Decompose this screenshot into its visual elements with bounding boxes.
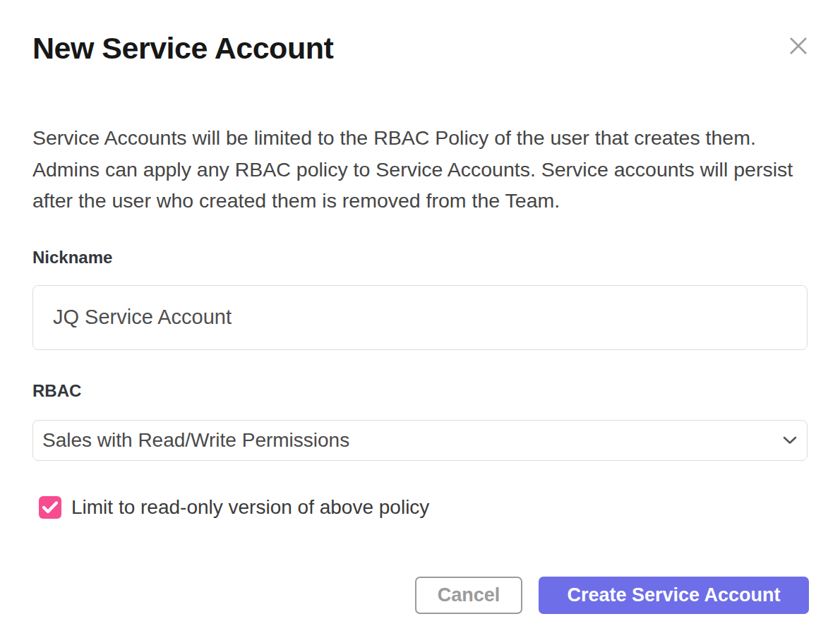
cancel-button[interactable]: Cancel	[415, 577, 522, 614]
readonly-checkbox-label[interactable]: Limit to read-only version of above poli…	[71, 496, 429, 519]
close-button[interactable]	[786, 34, 810, 58]
rbac-label: RBAC	[32, 381, 808, 401]
rbac-select[interactable]: Sales with Read/Write Permissions	[32, 420, 808, 461]
modal-footer-buttons: Cancel Create Service Account	[415, 577, 809, 614]
nickname-input[interactable]	[32, 285, 808, 350]
rbac-select-wrap: Sales with Read/Write Permissions	[32, 420, 808, 461]
readonly-checkbox[interactable]	[39, 496, 61, 519]
modal-description: Service Accounts will be limited to the …	[32, 122, 810, 217]
checkmark-icon	[42, 501, 58, 514]
new-service-account-modal: New Service Account Service Accounts wil…	[0, 0, 840, 638]
modal-title: New Service Account	[32, 32, 808, 64]
close-icon	[788, 35, 809, 56]
nickname-label: Nickname	[32, 248, 808, 267]
readonly-checkbox-row: Limit to read-only version of above poli…	[32, 496, 808, 519]
create-service-account-button[interactable]: Create Service Account	[539, 577, 809, 614]
